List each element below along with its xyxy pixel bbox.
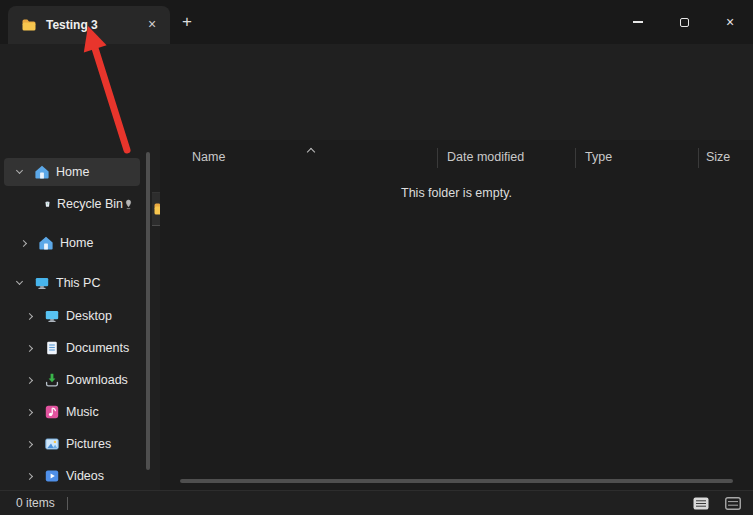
file-explorer-window: Testing 3 × + × New <box>0 0 753 515</box>
pin-icon <box>123 199 134 210</box>
item-count: 0 items <box>16 496 55 510</box>
sidebar-item-label: Videos <box>66 469 104 483</box>
sidebar-scrollbar[interactable] <box>146 152 150 470</box>
command-toolbar: New <box>0 44 753 92</box>
chevron-right-icon[interactable] <box>22 346 36 351</box>
sidebar-item-label: Downloads <box>66 373 128 387</box>
details-view-icon <box>693 497 709 510</box>
home-icon <box>38 235 54 251</box>
navigation-pane: Home Recycle Bin Home <box>0 140 152 490</box>
column-divider[interactable] <box>575 148 576 168</box>
sidebar-item-label: This PC <box>56 276 100 290</box>
sidebar-item-pictures[interactable]: Pictures <box>4 430 140 458</box>
chevron-right-icon[interactable] <box>22 474 36 479</box>
minimize-button[interactable] <box>615 0 661 44</box>
status-separator <box>67 497 68 510</box>
home-icon <box>34 164 50 180</box>
large-icons-view-button[interactable] <box>721 493 745 513</box>
sidebar-item-desktop[interactable]: Desktop <box>4 302 140 330</box>
chevron-right-icon[interactable] <box>22 410 36 415</box>
column-header-size[interactable]: Size <box>706 150 730 164</box>
tab-close-icon[interactable]: × <box>142 15 162 35</box>
content-area: Home Recycle Bin Home <box>0 140 753 490</box>
sidebar-item-label: Music <box>66 405 99 419</box>
chevron-right-icon[interactable] <box>16 241 30 246</box>
column-divider[interactable] <box>437 148 438 168</box>
sidebar-item-documents[interactable]: Documents <box>4 334 140 362</box>
horizontal-scrollbar[interactable] <box>180 479 733 483</box>
sidebar-item-this-pc[interactable]: This PC <box>4 269 140 297</box>
sidebar-item-label: Home <box>60 236 93 250</box>
music-icon <box>44 404 60 420</box>
details-view-button[interactable] <box>689 493 713 513</box>
tab-testing3[interactable]: Testing 3 × <box>8 6 170 44</box>
folder-icon <box>21 17 37 33</box>
chevron-right-icon[interactable] <box>22 442 36 447</box>
maximize-icon <box>680 18 689 27</box>
sidebar-item-home-2[interactable]: Home <box>4 229 140 257</box>
sidebar-item-label: Recycle Bin <box>57 197 123 211</box>
sidebar-item-label: Desktop <box>66 309 112 323</box>
large-icons-view-icon <box>725 497 741 510</box>
sidebar-item-label: Home <box>56 165 89 179</box>
sort-ascending-icon <box>307 148 315 156</box>
sidebar-item-downloads[interactable]: Downloads <box>4 366 140 394</box>
videos-icon <box>44 468 60 484</box>
chevron-down-icon[interactable] <box>12 282 26 284</box>
window-controls: × <box>615 0 753 44</box>
new-tab-button[interactable]: + <box>174 10 200 36</box>
tab-title: Testing 3 <box>46 18 142 32</box>
maximize-button[interactable] <box>661 0 707 44</box>
downloads-icon <box>44 372 60 388</box>
view-toggles <box>689 493 745 513</box>
empty-folder-message: This folder is empty. <box>160 186 753 200</box>
sidebar-item-videos[interactable]: Videos <box>4 462 140 490</box>
pictures-icon <box>44 436 60 452</box>
column-header-name[interactable]: Name <box>192 150 225 164</box>
chevron-right-icon[interactable] <box>22 378 36 383</box>
sidebar-item-label: Pictures <box>66 437 111 451</box>
recycle-bin-icon <box>44 196 51 212</box>
desktop-icon <box>44 308 60 324</box>
column-divider[interactable] <box>698 148 699 168</box>
sidebar-item-music[interactable]: Music <box>4 398 140 426</box>
file-list-pane: Name Date modified Type Size This folder… <box>160 140 753 490</box>
this-pc-icon <box>34 275 50 291</box>
minimize-icon <box>633 21 643 22</box>
column-header-type[interactable]: Type <box>585 150 612 164</box>
documents-icon <box>44 340 60 356</box>
titlebar: Testing 3 × + × <box>0 0 753 44</box>
status-bar: 0 items <box>0 490 753 515</box>
sidebar-item-recycle-bin[interactable]: Recycle Bin <box>4 190 140 218</box>
chevron-right-icon[interactable] <box>22 314 36 319</box>
close-button[interactable]: × <box>707 0 753 44</box>
navigation-bar: ← → ↑ Testing Testing 3 <box>0 92 753 140</box>
chevron-down-icon[interactable] <box>12 171 26 173</box>
column-header-date-modified[interactable]: Date modified <box>447 150 524 164</box>
sidebar-item-label: Documents <box>66 341 129 355</box>
sidebar-item-home[interactable]: Home <box>4 158 140 186</box>
